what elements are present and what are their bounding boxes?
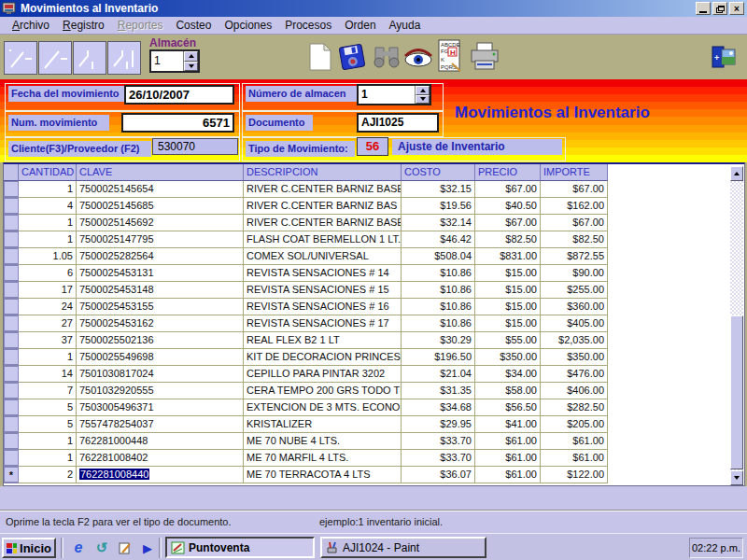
cell-importe[interactable]: $61.00 xyxy=(541,433,608,450)
nav-last-button[interactable] xyxy=(107,41,141,75)
cell-precio[interactable]: $15.00 xyxy=(475,299,541,315)
view-button[interactable] xyxy=(402,48,434,71)
cell-costo[interactable]: $33.70 xyxy=(402,433,475,450)
cell-precio[interactable]: $40.50 xyxy=(475,198,541,215)
cell-precio[interactable]: $82.50 xyxy=(475,231,541,248)
cell-cantidad[interactable]: 37 xyxy=(19,332,77,349)
cell-importe[interactable]: $476.00 xyxy=(541,366,608,383)
cell-cantidad[interactable]: 27 xyxy=(19,315,77,332)
cell-costo[interactable]: $33.70 xyxy=(402,450,475,467)
cell-clave[interactable]: 7503005496371 xyxy=(77,399,244,416)
cell-descripcion[interactable]: ME 70 MARFIL 4 LTS. xyxy=(244,450,402,467)
start-button[interactable]: Inicio xyxy=(2,538,56,558)
cell-importe[interactable]: $162.00 xyxy=(541,198,608,215)
cell-cantidad[interactable]: 1.05 xyxy=(19,248,77,265)
search-button[interactable] xyxy=(372,46,402,71)
cell-importe[interactable]: $61.00 xyxy=(541,450,608,467)
media-player-icon[interactable]: ▶ xyxy=(138,539,157,556)
nav-next-button[interactable] xyxy=(73,41,106,75)
cell-cantidad[interactable]: 1 xyxy=(19,231,77,248)
cell-importe[interactable]: $122.00 xyxy=(541,467,608,483)
cell-importe[interactable]: $67.00 xyxy=(541,215,608,231)
cell-clave[interactable]: 7501030817024 xyxy=(77,366,244,383)
cell-clave[interactable]: 7500025549698 xyxy=(77,349,244,366)
menu-item-archivo[interactable]: Archivo xyxy=(6,18,56,33)
task-puntoventa[interactable]: Puntoventa xyxy=(165,537,315,558)
scroll-up-button[interactable] xyxy=(730,166,743,181)
cell-costo[interactable]: $508.04 xyxy=(402,248,475,265)
cell-importe[interactable]: $255.00 xyxy=(541,282,608,299)
print-button[interactable] xyxy=(469,41,500,74)
numero-almacen-input[interactable]: 1 xyxy=(357,84,431,105)
cell-costo[interactable]: $19.56 xyxy=(402,198,475,215)
fecha-input[interactable]: 26/10/2007 xyxy=(124,85,234,105)
cell-importe[interactable]: $872.55 xyxy=(541,248,608,265)
cell-cantidad[interactable]: 1 xyxy=(19,433,77,450)
cell-cantidad[interactable]: 7 xyxy=(19,383,77,399)
cell-descripcion[interactable]: RIVER C.CENTER BARNIZ BASE ROJA xyxy=(244,215,402,231)
cell-clave[interactable]: 7501032920555 xyxy=(77,383,244,399)
cell-precio[interactable]: $67.00 xyxy=(475,181,541,198)
cell-descripcion[interactable]: COMEX SOL/UNIVERSAL xyxy=(244,248,402,265)
row-selector[interactable] xyxy=(4,399,19,416)
cell-importe[interactable]: $405.00 xyxy=(541,315,608,332)
cell-descripcion[interactable]: FLASH COAT BERMELLON 1 LT. xyxy=(244,231,402,248)
cell-clave[interactable]: 762281008440 xyxy=(77,467,244,483)
cell-importe[interactable]: $205.00 xyxy=(541,416,608,433)
cell-costo[interactable]: $31.35 xyxy=(402,383,475,399)
row-selector[interactable] xyxy=(4,231,19,248)
cell-cantidad[interactable]: 14 xyxy=(19,366,77,383)
cell-clave[interactable]: 7500025453131 xyxy=(77,265,244,282)
row-selector[interactable] xyxy=(4,265,19,282)
cell-descripcion[interactable]: REAL FLEX B2 1 LT xyxy=(244,332,402,349)
cell-importe[interactable]: $406.00 xyxy=(541,383,608,399)
new-document-button[interactable] xyxy=(308,42,332,75)
cell-costo[interactable]: $30.29 xyxy=(402,332,475,349)
cell-costo[interactable]: $10.86 xyxy=(402,315,475,332)
cell-descripcion[interactable]: RIVER C.CENTER BARNIZ BAS ROJA xyxy=(244,198,402,215)
cell-precio[interactable]: $34.00 xyxy=(475,366,541,383)
row-selector[interactable] xyxy=(4,315,19,332)
cell-clave[interactable]: 7500025145654 xyxy=(77,181,244,198)
cell-clave[interactable]: 7500025453162 xyxy=(77,315,244,332)
cell-costo[interactable]: $32.15 xyxy=(402,181,475,198)
cell-descripcion[interactable]: KIT DE DECORACION PRINCESS xyxy=(244,349,402,366)
vertical-scrollbar[interactable] xyxy=(730,166,743,485)
menu-item-registro[interactable]: Registro xyxy=(56,18,111,33)
numero-almacen-spin-down[interactable] xyxy=(416,95,430,105)
cell-clave[interactable]: 7500025453148 xyxy=(77,282,244,299)
horizontal-scroll-area[interactable] xyxy=(0,486,747,510)
cell-importe[interactable]: $360.00 xyxy=(541,299,608,315)
cell-precio[interactable]: $61.00 xyxy=(475,467,541,483)
row-selector[interactable] xyxy=(4,366,19,383)
cell-importe[interactable]: $2,035.00 xyxy=(541,332,608,349)
scrollbar-thumb[interactable] xyxy=(730,315,743,469)
cell-descripcion[interactable]: EXTENCION DE 3 MTS. ECONOMICA xyxy=(244,399,402,416)
cell-descripcion[interactable]: ME 70 NUBE 4 LTS. xyxy=(244,433,402,450)
cell-descripcion[interactable]: CERA TEMPO 200 GRS TODO TIPO xyxy=(244,383,402,399)
menu-item-reportes[interactable]: Reportes xyxy=(111,18,170,33)
row-selector[interactable] xyxy=(4,349,19,366)
cell-cantidad[interactable]: 1 xyxy=(19,215,77,231)
cell-costo[interactable]: $21.04 xyxy=(402,366,475,383)
cell-descripcion[interactable]: ME 70 TERRACOTA 4 LTS xyxy=(244,467,402,483)
cell-costo[interactable]: $29.95 xyxy=(402,416,475,433)
cell-cantidad[interactable]: 1 xyxy=(19,349,77,366)
cell-cantidad[interactable]: 24 xyxy=(19,299,77,315)
cell-precio[interactable]: $831.00 xyxy=(475,248,541,265)
cell-descripcion[interactable]: REVISTA SENSACIONES # 17 xyxy=(244,315,402,332)
menu-item-procesos[interactable]: Procesos xyxy=(278,18,338,33)
almacen-spinner[interactable]: 1 xyxy=(149,49,200,73)
menu-item-orden[interactable]: Orden xyxy=(338,18,382,33)
cell-precio[interactable]: $58.00 xyxy=(475,383,541,399)
row-selector[interactable] xyxy=(4,215,19,231)
almacen-spin-down[interactable] xyxy=(184,62,198,72)
refresh-swirl-icon[interactable]: ↺ xyxy=(92,539,111,556)
cell-importe[interactable]: $82.50 xyxy=(541,231,608,248)
cell-clave[interactable]: 7500025145692 xyxy=(77,215,244,231)
cell-importe[interactable]: $90.00 xyxy=(541,265,608,282)
cell-descripcion[interactable]: RIVER C.CENTER BARNIZ BASE xyxy=(244,181,402,198)
document-types-button[interactable]: ABCDEFGHKPQRS xyxy=(438,39,462,76)
exit-button[interactable]: + xyxy=(712,44,738,73)
cell-costo[interactable]: $196.50 xyxy=(402,349,475,366)
